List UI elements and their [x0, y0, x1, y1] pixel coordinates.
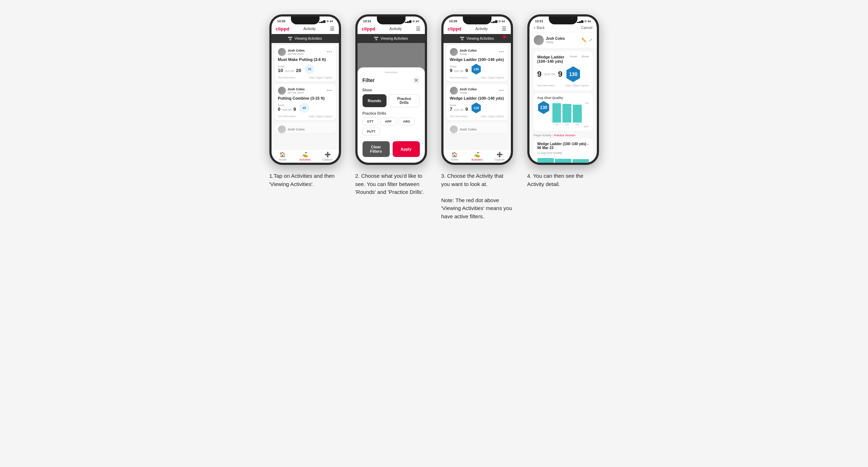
- phone-4-chart-container: 130: [552, 101, 589, 128]
- phone-4-user-date: Today: [546, 40, 565, 44]
- phone-2-tag-app[interactable]: APP: [380, 118, 397, 125]
- phone-1-app-header: clippd Activity ☰: [272, 24, 339, 34]
- phone-1-activity-item-1[interactable]: Josh Coles 28 Feb 2023 ••• Must Make Put…: [274, 45, 336, 82]
- phone-1-col: 13:20 ▂▄▆ ⊙ 84 clippd Activity ☰: [268, 14, 343, 188]
- phone-3-activity-item-1[interactable]: Josh Coles Today ••• Wedge Ladder (100–1…: [446, 45, 508, 82]
- phone-3-item1-header: Josh Coles Today •••: [450, 48, 504, 56]
- phone-2-modal-handle: [385, 72, 398, 73]
- phone-1-activity-item-3: Josh Coles: [274, 123, 336, 133]
- phone-2-menu-icon[interactable]: ☰: [416, 26, 421, 32]
- phone-2-tag-group: OTT APP ARG PUTT: [363, 118, 420, 135]
- phone-1-item1-avatar: [278, 48, 286, 56]
- phone-3-home-icon: 🏠: [451, 152, 457, 157]
- phone-2-apply-btn[interactable]: Apply: [393, 141, 420, 157]
- phone-4-card-header: Wedge Ladder (100–140 yds) Score Shots: [537, 55, 589, 63]
- phone-3-menu-icon[interactable]: ☰: [502, 26, 507, 32]
- phone-3-nav-home[interactable]: 🏠 Home: [443, 152, 466, 161]
- phone-4-test-info: Test Information: [537, 84, 555, 87]
- phone-3-bottom-nav: 🏠 Home ⛳ Activities ➕ Capture: [443, 149, 511, 163]
- phone-3-filter-icon: [460, 37, 464, 40]
- phone-4-edit-icon[interactable]: ✏️: [581, 38, 587, 43]
- phone-1-status-icons: ▂▄▆ ⊙ 84: [319, 20, 333, 23]
- phone-4-expand-icon[interactable]: ⤢: [589, 38, 593, 43]
- phone-3-activities-label: Activities: [471, 158, 483, 161]
- phone-3-viewing-bar[interactable]: Viewing Activities: [443, 34, 511, 43]
- phone-4-detail-header: < Back Cancel: [529, 24, 597, 32]
- phone-4-bar-1: [552, 103, 561, 123]
- phone-1-item2-dots[interactable]: •••: [327, 88, 332, 93]
- phone-1-item2-quality: 45: [299, 103, 310, 113]
- phone-1-battery: 84: [330, 20, 333, 23]
- phone-4-wifi-icon: ⊙: [584, 20, 587, 23]
- phone-2-modal-actions: Clear Filters Apply: [363, 141, 420, 157]
- phone-2-filter-modal: Filter ✕ Show Rounds Practice Drills Pra…: [358, 67, 425, 163]
- phone-1-screen: 13:20 ▂▄▆ ⊙ 84 clippd Activity ☰: [272, 16, 339, 163]
- phone-2-close-button[interactable]: ✕: [413, 77, 420, 84]
- phone-3-nav-capture[interactable]: ➕ Capture: [488, 152, 511, 161]
- phone-1-capture-icon: ➕: [325, 152, 331, 157]
- phone-3-item2-dots[interactable]: •••: [499, 88, 504, 93]
- phone-2-filter-overlay: Filter ✕ Show Rounds Practice Drills Pra…: [358, 43, 425, 163]
- phone-3-nav-activities[interactable]: ⛳ Activities: [466, 152, 488, 161]
- phone-3-item3-avatar: [450, 125, 458, 133]
- phone-1-item1-footer: Test Information Data: Clippd Capture: [278, 76, 332, 79]
- phone-3-item3-header: Josh Coles: [450, 125, 504, 133]
- phone-1-nav-home[interactable]: 🏠 Home: [272, 152, 294, 161]
- phone-4-bar-label-3: 124: [573, 123, 582, 125]
- phone-4-bar-label-1: 132: [552, 123, 561, 125]
- phone-4-cancel-button[interactable]: Cancel: [581, 26, 592, 30]
- phone-4-outof: OUT OF: [545, 73, 555, 76]
- phone-3-activity-item-2[interactable]: Josh Coles Today ••• Wedge Ladder (100–1…: [446, 84, 508, 120]
- phone-4-stats-row: 9 OUT OF 9 130: [537, 66, 589, 82]
- phone-3-item2-score-value-row: 7 OUT OF 9: [450, 106, 468, 112]
- phone-3-item1-quality: 130: [471, 64, 481, 75]
- phone-1-activities-icon: ⛳: [302, 152, 308, 157]
- phone-1-item1-data-source: Data: Clippd Capture: [309, 76, 332, 79]
- phone-1-item3-name: Josh Coles: [288, 128, 305, 131]
- phone-3-item1-dots[interactable]: •••: [499, 49, 504, 54]
- phone-3-item2-name: Josh Coles: [460, 87, 477, 91]
- phone-2-drills-btn[interactable]: Practice Drills: [389, 94, 420, 107]
- phone-2-modal-title: Filter: [363, 77, 375, 83]
- phone-4-chart-title: Avg Shot Quality: [537, 96, 589, 100]
- phone-4-time: 13:21: [535, 19, 543, 23]
- phone-4-session-title: Wedge Ladder (100–140 yds) - 06 Mar 23: [537, 142, 589, 150]
- phone-3-screen: 13:20 ▂▄▆ ⊙ 84 clippd Activity ☰: [443, 16, 511, 163]
- phone-4-back-button[interactable]: < Back: [534, 26, 545, 30]
- phone-3-item2-header: Josh Coles Today •••: [450, 87, 504, 95]
- phone-1-viewing-bar[interactable]: Viewing Activities: [272, 34, 339, 43]
- phone-1-item2-activity-name: Putting Combine (3-15 ft): [278, 96, 332, 100]
- phone-2-logo: clippd: [362, 26, 375, 32]
- phone-1-item1-score-value-row: 10 OUT OF 20: [278, 68, 301, 73]
- phone-2-col: 13:21 ▂▄▆ ⊙ 84 clippd Activity ☰: [354, 14, 429, 196]
- phone-1-activity-item-2[interactable]: Josh Coles 28 Feb 2023 ••• Putting Combi…: [274, 84, 336, 120]
- phone-2-clear-btn[interactable]: Clear Filters: [363, 141, 390, 157]
- phone-4-info-row: Test Information Data: Clippd Capture: [537, 84, 589, 87]
- phone-4-bar-label-2: 129: [562, 123, 571, 125]
- phone-2-rounds-btn[interactable]: Rounds: [363, 94, 387, 107]
- phone-2-tag-putt[interactable]: PUTT: [363, 128, 380, 135]
- phone-4-session-card: Wedge Ladder (100–140 yds) - 06 Mar 23 •…: [534, 138, 593, 163]
- phone-4-col: 13:21 ▂▄▆ ⊙ 84 < Back Cancel: [526, 14, 601, 188]
- phone-1-menu-icon[interactable]: ☰: [330, 26, 335, 32]
- phone-1-item1-stats: Score 10 OUT OF 20 75: [278, 64, 332, 75]
- phone-2-tag-ott[interactable]: OTT: [363, 118, 378, 125]
- phone-1-item1-dots[interactable]: •••: [327, 49, 332, 54]
- phone-1-item2-date: 28 Feb 2023: [288, 91, 305, 94]
- phone-3-item2-date: Today: [460, 91, 477, 94]
- phone-4-player-activity-label: Player Activity: [534, 134, 552, 137]
- phone-1-nav-capture[interactable]: ➕ Capture: [316, 152, 339, 161]
- phone-1-item2-name: Josh Coles: [288, 87, 305, 91]
- phone-2-tag-arg[interactable]: ARG: [398, 118, 415, 125]
- phone-4-chart-y-130: 130: [585, 102, 589, 104]
- phone-3: 13:20 ▂▄▆ ⊙ 84 clippd Activity ☰: [441, 14, 513, 165]
- phone-1-item2-outof: OUT OF: [282, 109, 292, 111]
- phone-1-nav-activities[interactable]: ⛳ Activities: [294, 152, 316, 161]
- phone-3-capture-label: Capture: [494, 158, 504, 161]
- phone-3-status-icons: ▂▄▆ ⊙ 84: [491, 20, 505, 23]
- phone-4-mini-bar-3: [572, 159, 589, 163]
- phone-1-item1-user: Josh Coles 28 Feb 2023: [278, 48, 305, 56]
- phone-3-item2-activity-name: Wedge Ladder (100–140 yds): [450, 96, 504, 100]
- phone-4-bar-3: [573, 105, 582, 123]
- phone-4-detail-content: Wedge Ladder (100–140 yds) Score Shots 9…: [529, 48, 597, 163]
